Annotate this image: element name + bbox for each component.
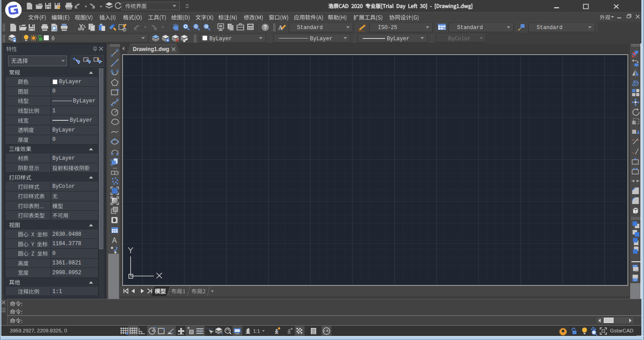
svg-text:A: A bbox=[112, 237, 117, 244]
svg-text:P: P bbox=[444, 27, 446, 30]
svg-text:?: ? bbox=[263, 24, 267, 30]
svg-text:1:1: 1:1 bbox=[253, 328, 260, 334]
